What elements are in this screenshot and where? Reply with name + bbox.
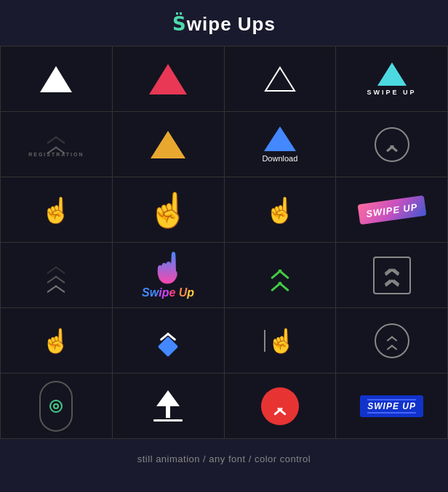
upload-arrow-icon bbox=[153, 390, 183, 422]
header: S̈wipe Ups bbox=[0, 0, 448, 46]
triangle-blue-icon bbox=[264, 126, 296, 151]
circle-chevron-icon bbox=[375, 127, 409, 162]
grid-cell-r1c2[interactable] bbox=[113, 47, 225, 112]
grid-cell-r4c3[interactable] bbox=[225, 243, 337, 308]
swipe-up-blue-badge: SWIPE UP bbox=[360, 395, 423, 417]
badge-top-bar bbox=[367, 399, 416, 400]
app-title: S̈wipe Ups bbox=[172, 13, 276, 35]
arrow-base-line bbox=[153, 419, 183, 422]
finger-pointer-icon-5: ☝ bbox=[267, 329, 296, 352]
triangle-outline-icon bbox=[264, 65, 296, 94]
download-label: Download bbox=[262, 154, 297, 163]
mini-chev-top bbox=[383, 265, 401, 274]
finger-with-line-icon: ☝ bbox=[264, 329, 296, 352]
grid-cell-r5c3[interactable]: ☝ bbox=[225, 308, 337, 374]
swipe-up-logo: SWIPE UP bbox=[367, 62, 417, 96]
finger-pointer-icon-3: ☝ bbox=[265, 198, 295, 222]
grid-cell-r6c3[interactable] bbox=[225, 374, 337, 439]
grid-cell-r1c4[interactable]: SWIPE UP bbox=[336, 47, 448, 112]
grid-cell-r6c2[interactable] bbox=[113, 374, 225, 439]
grid-cell-r4c2[interactable]: ☝ Swipe Up bbox=[113, 243, 225, 308]
grid-cell-r3c1[interactable]: ☝ bbox=[1, 177, 113, 243]
grid-cell-r5c1[interactable]: ☝ bbox=[1, 308, 113, 374]
grid-cell-r3c3[interactable]: ☝ bbox=[225, 177, 337, 243]
grid-cell-r1c3[interactable] bbox=[225, 47, 337, 112]
grid-cell-r6c1[interactable] bbox=[1, 374, 113, 439]
grid-cell-r6c4[interactable]: SWIPE UP bbox=[336, 374, 448, 439]
arrow-shaft bbox=[166, 406, 170, 418]
multi-chev-2 bbox=[45, 271, 67, 280]
swipe-up-multi-color: Swipe Up bbox=[142, 286, 194, 299]
swipe-up-blue-text: SWIPE UP bbox=[367, 401, 416, 411]
double-green-chevron-box bbox=[268, 264, 292, 286]
swipe-up-colorful-text: ☝ Swipe Up bbox=[142, 251, 194, 299]
link-chain-icon bbox=[39, 381, 73, 432]
title-rest: wipe Ups bbox=[187, 13, 276, 35]
icon-grid: SWIPE UP REGISTRATION Download ☝ ☝ ☝ SWI… bbox=[0, 46, 448, 439]
vertical-line-icon bbox=[264, 330, 265, 352]
link-inner-circle bbox=[53, 403, 59, 409]
grid-cell-r4c1[interactable] bbox=[1, 243, 113, 308]
triangle-solid-white-icon bbox=[40, 66, 72, 92]
chevron-row-1 bbox=[45, 132, 67, 140]
grid-cell-r4c4[interactable] bbox=[336, 243, 448, 308]
badge-bottom-bar bbox=[367, 412, 416, 414]
finger-pointer-icon-4: ☝ bbox=[41, 329, 71, 352]
double-chevron-green-icon bbox=[45, 132, 67, 150]
grid-cell-r3c4[interactable]: SWIPE UP bbox=[336, 177, 448, 243]
link-oval-icon bbox=[49, 400, 63, 413]
chevron-diamond-icon bbox=[158, 328, 178, 354]
outline-box-chevron-icon bbox=[373, 257, 411, 294]
gradient-finger-icon: ☝ bbox=[150, 251, 186, 285]
finger-pointer-icon-1: ☝ bbox=[41, 198, 71, 222]
chevron-inside-circle bbox=[385, 137, 399, 152]
green-chev-1 bbox=[268, 264, 292, 274]
grid-cell-r5c4[interactable] bbox=[336, 308, 448, 374]
grid-cell-r5c2[interactable] bbox=[113, 308, 225, 374]
red-circle-chevron-icon bbox=[261, 387, 299, 425]
footer-text: still animation / any font / color contr… bbox=[137, 453, 311, 464]
grid-cell-r1c1[interactable] bbox=[1, 47, 113, 112]
swipe-up-gradient-badge: SWIPE UP bbox=[357, 195, 426, 224]
finger-pointer-icon-2: ☝ bbox=[148, 193, 189, 227]
swipe-up-badge-text: SWIPE UP bbox=[365, 201, 418, 219]
grid-cell-r2c2[interactable] bbox=[113, 112, 225, 177]
triangle-solid-red-icon bbox=[149, 64, 187, 94]
chevron-in-red-circle bbox=[272, 404, 288, 414]
mini-chev-bottom bbox=[383, 276, 401, 285]
title-accent: S̈ bbox=[172, 13, 187, 35]
grid-cell-r2c3[interactable]: Download bbox=[225, 112, 337, 177]
up-arrow-head bbox=[156, 390, 180, 406]
green-chev-2 bbox=[268, 276, 292, 286]
multi-chev-1 bbox=[45, 262, 67, 270]
inner-mini-chev-1 bbox=[385, 333, 399, 340]
svg-marker-0 bbox=[265, 68, 295, 91]
grid-cell-r3c2[interactable]: ☝ bbox=[113, 177, 225, 243]
footer: still animation / any font / color contr… bbox=[0, 439, 448, 478]
multi-chev-3 bbox=[45, 281, 67, 289]
circle-double-chevron-icon bbox=[375, 323, 409, 358]
double-chevron-inner bbox=[385, 333, 399, 349]
triangle-gold-icon bbox=[151, 131, 185, 158]
grid-cell-r2c4[interactable] bbox=[336, 112, 448, 177]
inner-mini-chev-2 bbox=[385, 342, 399, 349]
registration-label: REGISTRATION bbox=[28, 152, 84, 157]
chevron-row-2 bbox=[45, 142, 67, 150]
multi-chevron-icon bbox=[45, 262, 67, 289]
cyan-triangle-icon bbox=[377, 62, 407, 86]
grid-cell-r2c1[interactable]: REGISTRATION bbox=[1, 112, 113, 177]
box-inner-chevron bbox=[383, 265, 401, 285]
swipe-up-text: SWIPE UP bbox=[367, 89, 417, 96]
arrow-up-bar bbox=[156, 390, 180, 418]
